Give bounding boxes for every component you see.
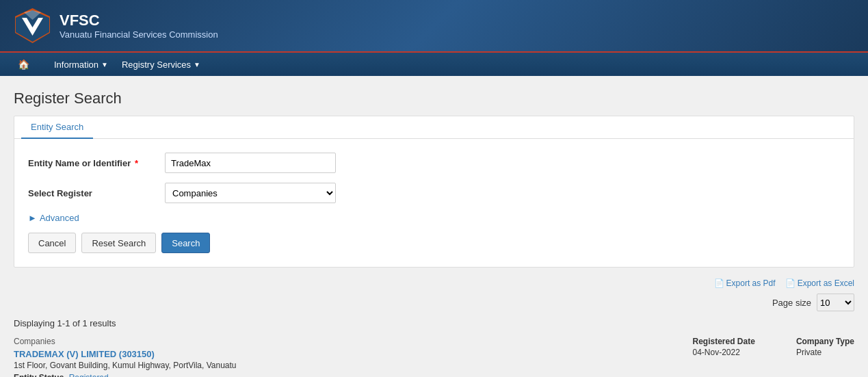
triangle-right-icon: ►: [28, 213, 37, 223]
nav-item-information[interactable]: Information ▼: [47, 54, 115, 75]
page-title: Register Search: [14, 90, 854, 107]
nav-item-registry-services[interactable]: Registry Services ▼: [115, 54, 207, 75]
button-row: Cancel Reset Search Search: [28, 233, 840, 253]
page-size-select[interactable]: 10 25 50 100: [817, 294, 854, 311]
company-type-value: Private: [796, 348, 854, 357]
results-toolbar: 📄 Export as Pdf 📄 Export as Excel: [14, 278, 854, 288]
entity-status-label: Entity Status: [14, 373, 64, 377]
select-register-label: Select Register: [28, 188, 165, 198]
company-type-label: Company Type: [796, 337, 854, 346]
excel-icon: 📄: [785, 278, 795, 288]
home-nav-item[interactable]: 🏠: [14, 53, 34, 75]
site-title: VFSC: [60, 12, 218, 29]
export-pdf-link[interactable]: 📄 Export as Pdf: [714, 278, 776, 288]
main-content: Register Search Entity Search Entity Nam…: [0, 76, 868, 377]
register-select[interactable]: Companies Partnerships Business Names Co…: [165, 183, 336, 203]
entity-name-row: Entity Name or Identifier *: [28, 153, 840, 173]
results-count: Displaying 1-1 of 1 results: [14, 318, 854, 328]
result-group-label: Companies: [14, 337, 693, 346]
result-left: Companies TRADEMAX (V) LIMITED (303150) …: [14, 337, 693, 377]
tab-bar: Entity Search: [14, 116, 854, 139]
header-text: VFSC Vanuatu Financial Services Commissi…: [60, 12, 218, 40]
nav-registry-label: Registry Services: [122, 60, 191, 70]
registered-date-value: 04-Nov-2022: [693, 348, 755, 357]
search-form-body: Entity Name or Identifier * Select Regis…: [14, 139, 854, 267]
vfsc-logo: [14, 7, 51, 44]
header: VFSC Vanuatu Financial Services Commissi…: [0, 0, 868, 51]
entity-status-value: Registered: [69, 373, 109, 377]
entity-name-input[interactable]: [165, 153, 336, 173]
required-marker: *: [135, 158, 138, 168]
select-register-row: Select Register Companies Partnerships B…: [28, 183, 840, 203]
registered-date-block: Registered Date 04-Nov-2022: [693, 337, 755, 357]
navbar: 🏠 Information ▼ Registry Services ▼: [0, 51, 868, 76]
registered-date-label: Registered Date: [693, 337, 755, 346]
site-subtitle: Vanuatu Financial Services Commission: [60, 29, 218, 40]
chevron-down-icon: ▼: [194, 61, 200, 68]
company-type-block: Company Type Private: [796, 337, 854, 357]
result-address: 1st Floor, Govant Building, Kumul Highwa…: [14, 361, 693, 370]
page-size-label: Page size: [772, 298, 811, 308]
entity-name-label: Entity Name or Identifier *: [28, 158, 165, 168]
chevron-down-icon: ▼: [101, 61, 108, 68]
export-excel-link[interactable]: 📄 Export as Excel: [785, 278, 854, 288]
cancel-button[interactable]: Cancel: [28, 233, 76, 253]
result-right: Registered Date 04-Nov-2022 Company Type…: [693, 337, 855, 357]
result-row: Companies TRADEMAX (V) LIMITED (303150) …: [14, 337, 854, 377]
search-button[interactable]: Search: [161, 233, 210, 253]
tab-entity-search[interactable]: Entity Search: [21, 116, 93, 139]
reset-search-button[interactable]: Reset Search: [81, 233, 156, 253]
advanced-link[interactable]: ► Advanced: [28, 213, 840, 223]
logo-area: VFSC Vanuatu Financial Services Commissi…: [14, 7, 218, 44]
search-card: Entity Search Entity Name or Identifier …: [14, 116, 854, 268]
result-status-row: Entity Status Registered: [14, 373, 693, 377]
result-entity-name-link[interactable]: TRADEMAX (V) LIMITED (303150): [14, 349, 155, 359]
pdf-icon: 📄: [714, 278, 724, 288]
nav-information-label: Information: [54, 60, 98, 70]
page-size-row: Page size 10 25 50 100: [14, 294, 854, 311]
